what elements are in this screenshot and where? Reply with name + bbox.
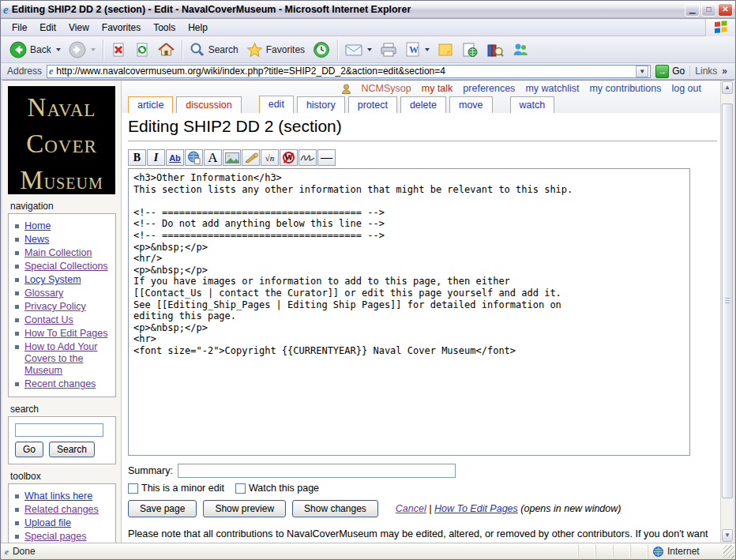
sidebar-item-news[interactable]: News [24, 234, 49, 246]
menu-view[interactable]: View [62, 20, 96, 36]
sidebar-item-locy-system[interactable]: Locy System [24, 274, 81, 286]
refresh-icon [134, 42, 150, 58]
personal-my-watchlist[interactable]: my watchlist [525, 83, 579, 94]
notes-button[interactable] [434, 40, 457, 59]
site-logo[interactable]: Naval Cover Museum [8, 86, 115, 194]
minimize-button[interactable]: ▁ [685, 3, 700, 17]
mail-dropdown-icon[interactable] [367, 48, 372, 51]
show-changes-button[interactable]: Show changes [292, 500, 378, 517]
bullet-icon [15, 332, 19, 336]
headline-icon[interactable]: A [204, 149, 222, 166]
sidebar-item-glossary[interactable]: Glossary [24, 288, 63, 299]
personal-username[interactable]: NCMSysop [362, 83, 411, 94]
search-input[interactable] [15, 423, 103, 437]
wikitext-editor[interactable]: <h3>Other Information</h3> This section … [128, 168, 690, 456]
scrollbar-thumb[interactable] [722, 103, 733, 498]
show-preview-button[interactable]: Show preview [203, 500, 286, 517]
favorites-button[interactable]: Favorites [242, 40, 309, 59]
address-url[interactable]: http://www.navalcovermuseum.org/wiki/ind… [56, 66, 445, 77]
image-icon[interactable] [223, 149, 241, 166]
signature-icon[interactable] [299, 149, 317, 166]
close-button[interactable]: ✕ [718, 3, 733, 17]
personal-preferences[interactable]: preferences [463, 83, 515, 94]
sidebar-item-privacy-policy[interactable]: Privacy Policy [24, 301, 86, 313]
sidebar-item-contact-us[interactable]: Contact Us [24, 314, 73, 326]
list-item: What links here [13, 490, 112, 502]
bullet-icon [15, 305, 19, 309]
new-window-note: (opens in new window) [520, 503, 621, 514]
edit-with-word-button[interactable]: W [401, 40, 434, 58]
tab-discussion[interactable]: discussion [176, 96, 241, 113]
external-link-icon[interactable] [185, 149, 203, 166]
menu-bar: File Edit View Favorites Tools Help [1, 19, 735, 36]
sidebar-item-how-to-add-covers[interactable]: How to Add Your Covers to the Museum [24, 341, 107, 377]
research-button[interactable] [483, 40, 508, 59]
summary-input[interactable] [178, 464, 456, 478]
sidebar-item-main-collection[interactable]: Main Collection [24, 247, 92, 259]
history-button[interactable] [309, 39, 334, 60]
search-button[interactable]: Search [186, 40, 242, 59]
print-button[interactable] [376, 40, 401, 59]
back-button[interactable]: Back [6, 39, 65, 60]
mail-button[interactable] [341, 41, 376, 58]
tab-article[interactable]: article [128, 96, 173, 113]
media-link-icon[interactable] [242, 149, 260, 166]
word-dropdown-icon[interactable] [425, 48, 430, 51]
minor-edit-checkbox[interactable] [128, 483, 138, 494]
personal-log-out[interactable]: log out [671, 83, 701, 94]
italic-icon[interactable]: I [147, 149, 165, 166]
back-dropdown-icon[interactable] [56, 48, 61, 51]
forward-dropdown-icon[interactable] [91, 48, 96, 51]
scroll-up-icon[interactable]: ▲ [722, 81, 733, 94]
tab-history[interactable]: history [297, 96, 345, 113]
sidebar-item-special-collections[interactable]: Special Collections [24, 261, 108, 272]
math-icon[interactable]: √n [261, 149, 279, 166]
how-to-edit-link[interactable]: How To Edit Pages [434, 503, 518, 514]
vertical-scrollbar[interactable]: ▲ ▼ [720, 81, 734, 543]
word-icon: W [405, 42, 420, 57]
menu-file[interactable]: File [6, 20, 33, 36]
tab-edit[interactable]: edit [259, 96, 294, 113]
toolbox-upload-file[interactable]: Upload file [24, 517, 71, 529]
forward-button[interactable] [65, 39, 100, 60]
sidebar-item-home[interactable]: Home [24, 220, 51, 232]
toolbox-related-changes[interactable]: Related changes [24, 504, 99, 516]
address-dropdown-icon[interactable]: ▼ [636, 66, 648, 77]
nowiki-icon[interactable]: W [280, 149, 298, 166]
menu-favorites[interactable]: Favorites [96, 20, 147, 36]
horizontal-line-icon[interactable]: — [317, 149, 336, 166]
sidebar-item-how-to-edit-pages[interactable]: How To Edit Pages [24, 328, 107, 340]
resize-grip-icon[interactable] [723, 545, 734, 558]
tab-watch[interactable]: watch [510, 96, 555, 113]
bold-icon[interactable]: B [128, 149, 146, 166]
search-search-button[interactable]: Search [49, 442, 95, 457]
sidebar-item-recent-changes[interactable]: Recent changes [24, 378, 96, 390]
refresh-button[interactable] [130, 40, 154, 59]
stop-button[interactable] [107, 40, 130, 59]
menu-help[interactable]: Help [182, 20, 214, 36]
messenger-button[interactable] [508, 40, 533, 59]
address-input[interactable]: e http://www.navalcovermuseum.org/wiki/i… [47, 65, 651, 78]
internal-link-icon[interactable]: Ab [166, 149, 184, 166]
tab-protect[interactable]: protect [348, 96, 397, 113]
menu-tools[interactable]: Tools [147, 20, 182, 36]
web-folder-button[interactable] [457, 40, 483, 59]
tab-move[interactable]: move [449, 96, 493, 113]
maximize-button[interactable]: □ [701, 3, 716, 17]
cancel-link[interactable]: Cancel [396, 503, 426, 514]
links-chevron-icon[interactable]: » [722, 66, 727, 77]
toolbox-special-pages[interactable]: Special pages [24, 531, 87, 543]
search-go-button[interactable]: Go [15, 442, 43, 457]
forward-icon [69, 41, 86, 58]
watch-page-checkbox[interactable] [235, 483, 246, 494]
menu-edit[interactable]: Edit [33, 20, 62, 36]
home-button[interactable] [154, 40, 178, 59]
tab-delete[interactable]: delete [400, 96, 446, 113]
links-toolbar[interactable]: Links » [689, 66, 732, 77]
save-page-button[interactable]: Save page [128, 500, 197, 517]
personal-my-contributions[interactable]: my contributions [589, 83, 661, 94]
go-button[interactable]: → Go [655, 65, 685, 78]
scroll-down-icon[interactable]: ▼ [722, 529, 733, 542]
personal-my-talk[interactable]: my talk [422, 83, 453, 94]
toolbox-what-links-here[interactable]: What links here [24, 490, 92, 502]
